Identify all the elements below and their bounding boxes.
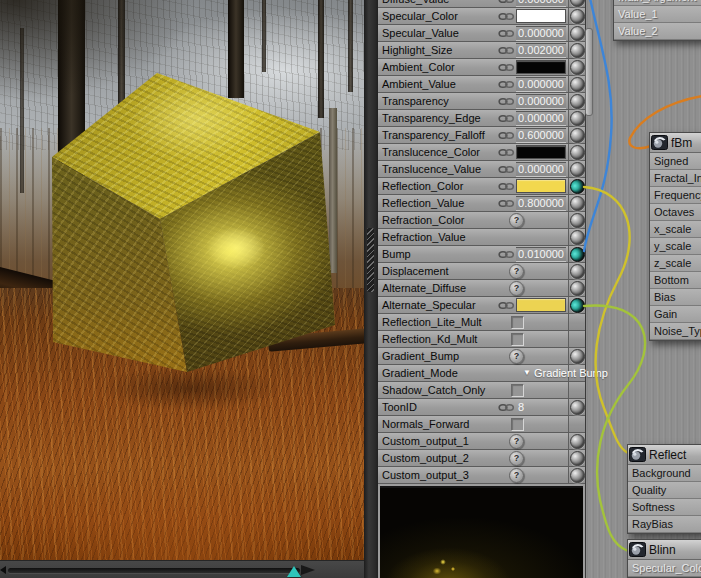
param-label: Displacement [378, 265, 496, 277]
node-socket[interactable]: Frequency [650, 187, 701, 204]
value-field[interactable]: 0.000000 [516, 0, 566, 7]
node-socket[interactable]: Background [628, 465, 701, 482]
param-label: Bump [378, 248, 496, 260]
param-row-bump: Bump0.010000 [378, 246, 585, 263]
node-socket[interactable]: Gain [650, 306, 701, 323]
color-swatch[interactable] [516, 179, 566, 193]
node-header[interactable]: Reflect [628, 445, 701, 465]
node-socket[interactable]: Bottom [650, 272, 701, 289]
connector-bullet[interactable] [570, 77, 585, 92]
connector-bullet[interactable] [570, 281, 585, 296]
checkbox[interactable] [511, 418, 524, 431]
node-socket[interactable]: Noise_Type [650, 323, 701, 340]
node-socket[interactable]: Octaves [650, 204, 701, 221]
param-row-custom_output_1: Custom_output_1? [378, 433, 585, 450]
scrub-right-arrow-icon[interactable] [301, 565, 315, 575]
connector-bullet[interactable] [570, 0, 585, 7]
color-swatch[interactable] [516, 298, 566, 312]
connector-bullet[interactable] [570, 213, 585, 228]
value-field[interactable]: 0.800000 [516, 196, 566, 211]
connector-bullet[interactable] [570, 9, 585, 24]
connector-bullet[interactable] [570, 128, 585, 143]
scrub-slider-thumb[interactable] [287, 566, 301, 577]
connector-bullet[interactable] [570, 162, 585, 177]
unknown-type-button[interactable]: ? [509, 213, 524, 228]
unknown-type-button[interactable]: ? [509, 468, 524, 483]
connector-bullet[interactable] [570, 400, 585, 415]
checkbox[interactable] [511, 384, 524, 397]
node-blinn[interactable]: BlinnSpecular_Color [627, 539, 701, 578]
node-socket[interactable]: Softness [628, 499, 701, 516]
node-reflect[interactable]: ReflectBackgroundQualitySoftnessRayBias [627, 444, 701, 534]
connector-bullet[interactable] [570, 230, 585, 245]
link-icon [498, 97, 515, 106]
connector-bullet[interactable] [570, 451, 585, 466]
shader-brick-icon [629, 447, 646, 462]
unknown-type-button[interactable]: ? [509, 281, 524, 296]
scrub-slider-track[interactable] [8, 568, 300, 573]
node-socket[interactable]: z_scale [650, 255, 701, 272]
value-field[interactable]: 8 [518, 401, 524, 413]
dropdown[interactable]: ▼Gradient Bump [523, 367, 608, 379]
param-row-transparency: Transparency0.000000 [378, 93, 585, 110]
connector-bullet[interactable] [570, 247, 585, 262]
connector-bullet[interactable] [570, 60, 585, 75]
node-math-value[interactable]: Math_ArgumentValue_1Value_2 [613, 0, 701, 41]
value-field[interactable]: 0.000000 [516, 111, 566, 126]
node-socket[interactable]: Value_1 [614, 6, 701, 23]
value-field[interactable]: 0.000000 [516, 26, 566, 41]
value-field[interactable]: 0.000000 [516, 94, 566, 109]
value-field[interactable]: 0.000000 [516, 162, 566, 177]
node-socket[interactable]: Quality [628, 482, 701, 499]
color-swatch[interactable] [516, 9, 566, 23]
param-row-translucence_value: Translucence_Value0.000000 [378, 161, 585, 178]
value-field[interactable]: 0.000000 [516, 77, 566, 92]
connector-bullet[interactable] [570, 349, 585, 364]
node-socket[interactable]: Fractal_Increment [650, 170, 701, 187]
param-label: Shadow_Catch_Only [378, 384, 496, 396]
node-socket[interactable]: Signed [650, 153, 701, 170]
connector-bullet[interactable] [570, 94, 585, 109]
node-header[interactable]: Blinn [628, 540, 701, 560]
scrollbar-thumb[interactable] [585, 28, 593, 116]
param-row-custom_output_3: Custom_output_3? [378, 467, 585, 484]
tree-trunk [348, 0, 353, 92]
value-field[interactable]: 0.600000 [516, 128, 566, 143]
value-field[interactable]: 0.010000 [516, 247, 566, 262]
unknown-type-button[interactable]: ? [509, 264, 524, 279]
color-swatch[interactable] [516, 145, 566, 159]
connector-bullet[interactable] [570, 111, 585, 126]
param-label: Reflection_Value [378, 197, 496, 209]
connector-bullet[interactable] [570, 468, 585, 483]
unknown-type-button[interactable]: ? [509, 434, 524, 449]
param-label: Transparency_Edge [378, 112, 496, 124]
node-socket[interactable]: y_scale [650, 238, 701, 255]
node-header[interactable]: fBm [650, 133, 701, 153]
value-field[interactable]: 0.002000 [516, 43, 566, 58]
checkbox[interactable] [511, 333, 524, 346]
unknown-type-button[interactable]: ? [509, 451, 524, 466]
param-row-ambient_color: Ambient_Color [378, 59, 585, 76]
node-socket[interactable]: RayBias [628, 516, 701, 533]
param-row-reflection_lite_mult: Reflection_Lite_Mult [378, 314, 585, 331]
unknown-type-button[interactable]: ? [509, 349, 524, 364]
scrub-left-arrow-icon[interactable] [0, 566, 6, 574]
node-fbm[interactable]: fBmSignedFractal_IncrementFrequencyOctav… [649, 132, 701, 341]
connector-bullet[interactable] [570, 43, 585, 58]
param-label: Refraction_Value [378, 231, 496, 243]
connector-bullet[interactable] [570, 26, 585, 41]
connector-bullet[interactable] [570, 196, 585, 211]
node-socket[interactable]: Bias [650, 289, 701, 306]
connector-bullet[interactable] [570, 434, 585, 449]
connector-bullet[interactable] [570, 298, 585, 313]
checkbox[interactable] [511, 316, 524, 329]
color-swatch[interactable] [516, 60, 566, 74]
connector-bullet[interactable] [570, 179, 585, 194]
node-socket[interactable]: Specular_Color [628, 560, 701, 577]
connector-bullet[interactable] [570, 145, 585, 160]
param-label: Gradient_Bump [378, 350, 496, 362]
node-socket[interactable]: Value_2 [614, 23, 701, 40]
connector-bullet[interactable] [570, 264, 585, 279]
divider-grip-handle[interactable] [367, 228, 374, 292]
node-socket[interactable]: x_scale [650, 221, 701, 238]
